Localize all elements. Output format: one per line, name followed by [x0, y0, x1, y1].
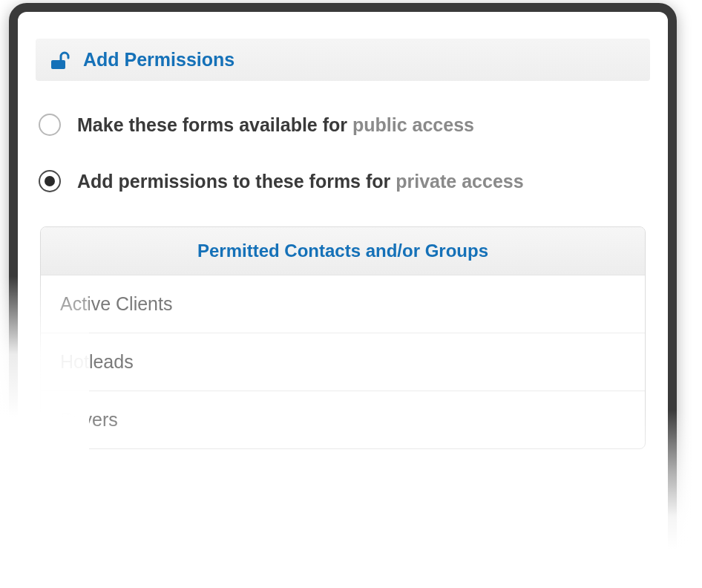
content-area: Add Permissions Make these forms availab… — [18, 12, 668, 449]
radio-public-access[interactable]: Make these forms available for public ac… — [36, 114, 650, 136]
radio-label-private-prefix: Add permissions to these forms for — [77, 171, 396, 192]
radio-inner-dot — [45, 176, 55, 186]
radio-label-public-prefix: Make these forms available for — [77, 114, 352, 135]
radio-label-public: Make these forms available for public ac… — [77, 114, 474, 136]
radio-private-access[interactable]: Add permissions to these forms for priva… — [36, 170, 650, 192]
permitted-contacts-header: Permitted Contacts and/or Groups — [41, 227, 645, 275]
radio-indicator-private — [39, 170, 61, 192]
window-frame: Add Permissions Make these forms availab… — [9, 3, 677, 588]
list-item[interactable]: Hotleads — [41, 333, 645, 391]
unlock-icon — [50, 51, 70, 69]
header-bar: Add Permissions — [36, 39, 650, 81]
radio-label-public-suffix: public access — [352, 114, 474, 135]
list-item[interactable]: Buyers — [41, 391, 645, 448]
radio-indicator-public — [39, 114, 61, 136]
radio-label-private-suffix: private access — [396, 171, 523, 192]
list-item[interactable]: Active Clients — [41, 275, 645, 333]
radio-label-private: Add permissions to these forms for priva… — [77, 171, 524, 192]
permitted-contacts-box: Permitted Contacts and/or Groups Active … — [40, 226, 646, 449]
header-title: Add Permissions — [83, 49, 234, 71]
